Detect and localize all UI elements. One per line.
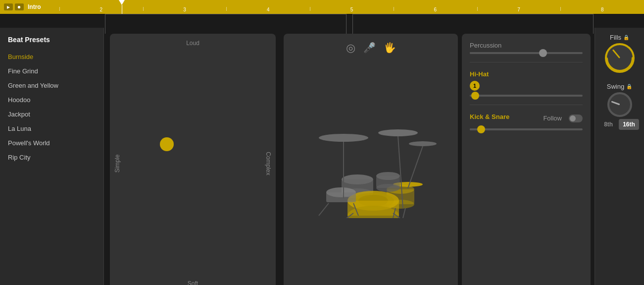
hihat-thumb[interactable] <box>471 92 479 100</box>
tick-5: 5 <box>310 7 394 14</box>
preset-la-luna[interactable]: La Luna <box>0 121 103 136</box>
toggle-knob <box>570 115 576 121</box>
tick-4: 4 <box>226 7 310 14</box>
svg-point-12 <box>376 184 400 192</box>
timeline-ruler: ▶ ⏺ Intro 2 3 4 5 6 7 8 <box>0 0 644 14</box>
tick-3: 3 <box>143 7 227 14</box>
kick-snare-slider[interactable] <box>470 128 583 130</box>
swing-16th-button[interactable]: 16th <box>619 119 639 130</box>
drum-kit-svg <box>304 109 438 218</box>
preset-hoodoo[interactable]: Hoodoo <box>0 93 103 107</box>
percussion-label: Percussion <box>470 42 583 49</box>
svg-rect-19 <box>326 192 356 202</box>
hihat-label: Hi-Hat <box>470 70 583 78</box>
swing-buttons: 8th 16th <box>600 119 639 130</box>
svg-line-28 <box>408 146 423 188</box>
timeline-label: Intro <box>28 3 41 10</box>
right-panel: Fills 🔒 Swing 🔒 <box>594 28 644 285</box>
hihat-slider[interactable] <box>470 95 583 97</box>
preset-burnside[interactable]: Burnside <box>0 50 103 64</box>
preset-green-and-yellow[interactable]: Green and Yellow <box>0 78 103 93</box>
content-area: Beat Presets Burnside Fine Grind Green a… <box>0 28 644 285</box>
preset-fine-grind[interactable]: Fine Grind <box>0 64 103 78</box>
svg-point-1 <box>378 129 418 136</box>
hihat-badge: 1 <box>470 81 480 91</box>
preset-jackpot[interactable]: Jackpot <box>0 107 103 121</box>
tick-6: 6 <box>394 7 477 14</box>
svg-point-0 <box>319 134 368 142</box>
kick-snare-thumb[interactable] <box>477 125 485 133</box>
follow-label: Follow <box>543 114 562 122</box>
xy-label-simple: Simple <box>114 154 121 172</box>
tick-8: 8 <box>560 7 644 14</box>
percussion-thumb[interactable] <box>539 49 547 57</box>
kick-snare-label: Kick & Snare <box>470 113 509 120</box>
sidebar-title: Beat Presets <box>0 34 103 50</box>
fills-section: Fills 🔒 <box>605 34 635 73</box>
drum-toolbar: ◎ 🎤 🖐 <box>346 42 396 55</box>
playhead-triangle <box>119 0 125 5</box>
hihat-section: Hi-Hat 1 <box>470 70 583 97</box>
swing-knob[interactable] <box>607 92 632 117</box>
swing-indicator <box>611 101 620 105</box>
xy-pad[interactable]: Loud Soft Simple Complex <box>110 34 276 285</box>
app-container: ▶ ⏺ Intro 2 3 4 5 6 7 8 Beat Presets Bur… <box>0 0 644 285</box>
xy-ball[interactable] <box>160 137 174 151</box>
kick-snare-section: Kick & Snare Follow <box>470 113 583 130</box>
tick-7: 7 <box>477 7 561 14</box>
svg-point-2 <box>409 141 437 146</box>
divider-2 <box>470 105 583 105</box>
swing-lock-icon: 🔒 <box>626 84 632 89</box>
sidebar: Beat Presets Burnside Fine Grind Green a… <box>0 28 104 285</box>
ruler-controls: ▶ ⏺ <box>4 3 24 10</box>
preset-powells-world[interactable]: Powell's World <box>0 136 103 150</box>
record-button[interactable]: ⏺ <box>15 3 24 10</box>
swing-section: Swing 🔒 8th 16th <box>600 83 639 130</box>
play-button[interactable]: ▶ <box>4 3 13 10</box>
fills-lock-icon: 🔒 <box>623 35 629 40</box>
xy-label-complex: Complex <box>265 152 272 175</box>
swing-label: Swing 🔒 <box>607 83 632 90</box>
percussion-slider[interactable] <box>470 52 583 54</box>
preset-rip-city[interactable]: Rip City <box>0 150 103 165</box>
fills-label: Fills 🔒 <box>610 34 629 41</box>
percussion-section: Percussion <box>470 42 583 54</box>
swing-8th-button[interactable]: 8th <box>600 119 617 130</box>
controls-panel: Percussion Hi-Hat 1 <box>462 34 591 285</box>
hand-icon[interactable]: 🖐 <box>384 42 396 55</box>
svg-line-24 <box>403 208 405 218</box>
percussion-fill <box>470 52 543 54</box>
fills-knob[interactable] <box>605 43 635 73</box>
follow-toggle[interactable] <box>569 114 583 122</box>
cymbal-icon[interactable]: ◎ <box>346 42 355 55</box>
xy-label-soft: Soft <box>188 280 198 285</box>
drum-section: ◎ 🎤 🖐 <box>284 34 458 285</box>
microphone-icon[interactable]: 🎤 <box>363 42 376 55</box>
xy-label-loud: Loud <box>186 40 199 47</box>
tick-2: 2 <box>59 7 143 14</box>
kick-snare-header: Kick & Snare Follow <box>470 113 583 123</box>
svg-line-22 <box>319 203 329 216</box>
divider-1 <box>470 62 583 62</box>
ruler-ticks: 2 3 4 5 6 7 8 <box>59 0 644 14</box>
